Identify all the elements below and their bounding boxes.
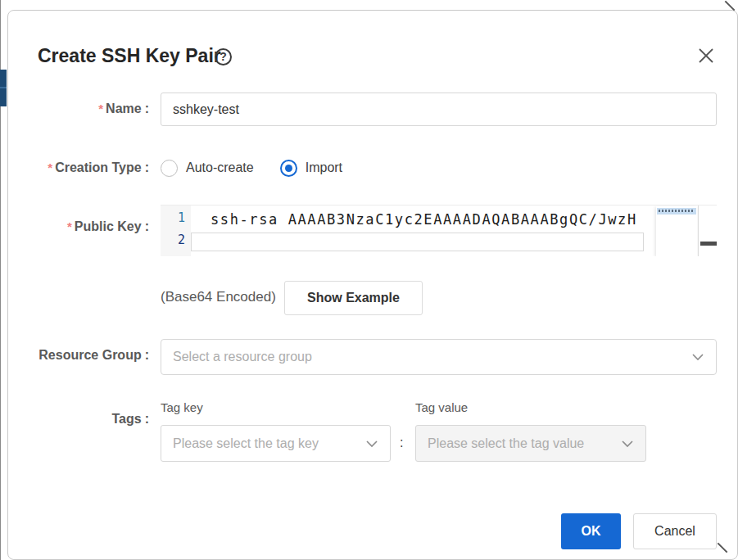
show-example-button[interactable]: Show Example — [284, 281, 423, 315]
required-marker: * — [98, 102, 103, 115]
line-number-1: 1 — [161, 210, 185, 225]
tag-value-select[interactable]: Please select the tag value — [415, 425, 646, 462]
chevron-down-icon — [621, 437, 634, 450]
create-ssh-key-pair-dialog: Create SSH Key Pair ? *Name: *Creation T… — [7, 10, 738, 560]
name-input[interactable] — [161, 93, 717, 126]
tags-label: Tags: — [25, 412, 149, 427]
tag-value-placeholder: Please select the tag value — [428, 436, 621, 451]
tag-key-value-separator: : — [400, 436, 403, 450]
editor-line-number-gutter: 1 2 — [161, 205, 191, 256]
radio-import-label[interactable]: Import — [306, 160, 342, 175]
creation-type-label: *Creation Type: — [25, 160, 149, 175]
public-key-code-editor[interactable]: 1 2 ssh-rsa AAAAB3NzaC1yc2EAAAADAQABAAAB… — [161, 205, 717, 256]
page-background: Create SSH Key Pair ? *Name: *Creation T… — [0, 0, 738, 560]
tag-key-placeholder: Please select the tag key — [173, 436, 365, 451]
required-marker: * — [67, 219, 72, 233]
background-blue-element — [0, 70, 7, 106]
tag-key-select[interactable]: Please select the tag key — [161, 425, 391, 462]
name-label: *Name: — [25, 102, 149, 116]
creation-type-radio-group: Auto-create Import — [161, 158, 342, 178]
editor-scrollbar-thumb[interactable] — [700, 242, 717, 246]
chevron-down-icon — [691, 350, 704, 364]
dialog-title: Create SSH Key Pair — [38, 45, 221, 67]
ok-button[interactable]: OK — [561, 513, 621, 549]
help-icon[interactable]: ? — [215, 48, 232, 65]
minimap-highlight-strip — [657, 208, 696, 215]
resource-group-select[interactable]: Select a resource group — [161, 339, 717, 375]
line-number-2: 2 — [161, 233, 185, 247]
resource-group-label: Resource Group: — [25, 348, 149, 363]
public-key-line1-text: ssh-rsa AAAAB3NzaC1yc2EAAAADAQABAAABgQC/… — [211, 211, 637, 228]
public-key-label: *Public Key: — [25, 219, 149, 234]
cancel-button[interactable]: Cancel — [633, 513, 717, 549]
radio-auto-create[interactable] — [161, 160, 178, 177]
base64-encoded-hint: (Base64 Encoded) — [161, 289, 276, 305]
required-marker: * — [48, 160, 52, 174]
tag-key-column-label: Tag key — [161, 400, 203, 414]
resource-group-placeholder: Select a resource group — [173, 350, 691, 364]
tag-value-column-label: Tag value — [415, 400, 468, 414]
close-icon[interactable] — [696, 46, 716, 65]
public-key-line2-input[interactable] — [191, 233, 644, 251]
radio-import[interactable] — [280, 160, 297, 177]
editor-scrollbar-track — [698, 205, 699, 256]
chevron-down-icon — [365, 437, 378, 450]
radio-auto-create-label[interactable]: Auto-create — [186, 160, 254, 175]
editor-minimap — [656, 206, 697, 256]
